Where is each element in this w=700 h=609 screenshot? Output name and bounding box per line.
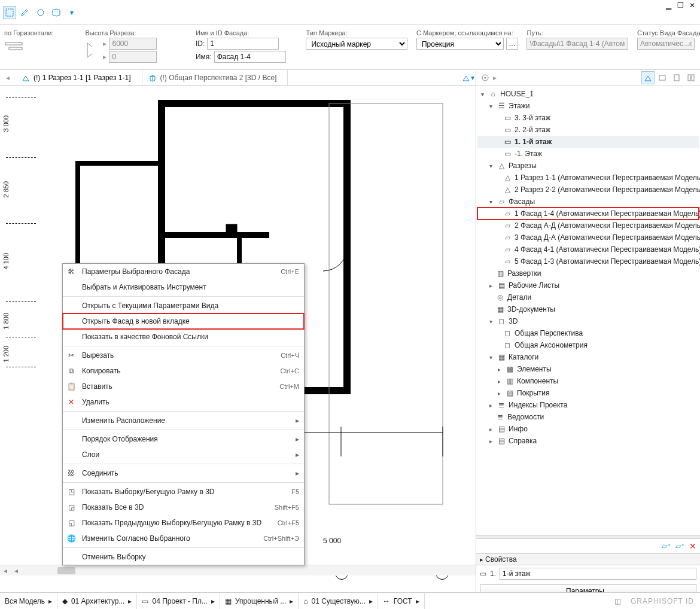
ctx-copy[interactable]: ⧉КопироватьCtrl+С: [63, 363, 304, 379]
tree-3d-persp[interactable]: ◻Общая Перспектива: [477, 327, 699, 339]
ctx-show-trace[interactable]: Показать в качестве Фоновой Ссылки: [63, 329, 304, 345]
status-gost[interactable]: ↔ГОСТ ▸: [378, 593, 425, 609]
ctx-edit-sel[interactable]: 🌐Изменить Согласно ВыбранногоCtrl+Shift+…: [63, 531, 304, 546]
ctx-move[interactable]: Изменить Расположение▸: [63, 413, 304, 428]
section-icon: △: [503, 185, 512, 194]
publisher-icon[interactable]: [684, 71, 698, 84]
scroll-left-icon[interactable]: ◂: [11, 567, 22, 575]
tree-floor-2[interactable]: ▭2. 2-й этаж: [477, 124, 699, 136]
tree-3d-docs[interactable]: ▦3D-документы: [477, 303, 699, 315]
props-row-num: 1.: [490, 570, 496, 578]
tree-covers[interactable]: ▸▨Покрытия: [477, 387, 699, 399]
marker-ref-select[interactable]: Проекция: [416, 38, 504, 50]
cut-top-input[interactable]: [109, 38, 157, 50]
cut-bottom-input[interactable]: [109, 51, 157, 63]
ctx-order[interactable]: Порядок Отображения▸: [63, 431, 304, 447]
props-row-input[interactable]: [500, 568, 696, 580]
marker-ref-browse-button[interactable]: …: [506, 38, 518, 50]
ctx-show-prev-3d[interactable]: ◱Показать Предыдущую Выборку/Бегущую Рам…: [63, 515, 304, 531]
clone-view-icon[interactable]: ▱⁺: [675, 542, 684, 550]
dropdown-toggle-icon[interactable]: ▾: [66, 7, 78, 19]
tab-left-icon[interactable]: ◂: [0, 74, 16, 82]
tree-indexes[interactable]: ▸≣Индексы Проекта: [477, 399, 699, 411]
paste-icon: 📋: [65, 380, 77, 392]
tree-unfolds[interactable]: ▥Развертки: [477, 267, 699, 279]
tree-help[interactable]: ▸▤Справка: [477, 435, 699, 447]
tree-elev-4[interactable]: ▱4 Фасад 4-1 (Автоматически Перестраивае…: [477, 243, 699, 255]
window-close-icon[interactable]: ✕: [687, 1, 698, 10]
tree-schedules[interactable]: ≣Ведомости: [477, 411, 699, 423]
horiz-extent-icon[interactable]: [4, 38, 26, 54]
tree-elev-3[interactable]: ▱3 Фасад Д-А (Автоматически Перестраивае…: [477, 232, 699, 243]
props-header[interactable]: ▸ Свойства: [476, 553, 700, 565]
name-input[interactable]: [214, 51, 286, 63]
id-input[interactable]: [207, 38, 279, 50]
scroll-left-icon[interactable]: ◂: [0, 567, 11, 575]
view-map-icon[interactable]: [656, 71, 669, 84]
new-view-icon[interactable]: ▱⁺: [662, 542, 671, 550]
dim-1200: 1 200: [2, 346, 10, 363]
tree-floor-3[interactable]: ▭3. 3-й этаж: [477, 112, 699, 124]
ctx-show-3d[interactable]: ◳Показать Выборку/Бегущую Рамку в 3DF5: [63, 484, 304, 500]
status-proj[interactable]: ▭04 Проект - Пл... ▸: [137, 593, 220, 609]
ctx-join[interactable]: ⛓Соединить▸: [63, 465, 304, 481]
edit-tool-icon[interactable]: [19, 7, 31, 19]
ctx-params[interactable]: 🛠Параметры Выбранного ФасадаCtrl+E: [63, 264, 304, 279]
ctx-layers[interactable]: Слои▸: [63, 447, 304, 462]
tree-worksheets[interactable]: ▸▤Рабочие Листы: [477, 279, 699, 291]
cube-icon: ◻: [503, 340, 512, 350]
tree-root[interactable]: ▾⌂HOUSE_1: [477, 88, 699, 100]
tree-sections[interactable]: ▾△Разрезы: [477, 160, 699, 172]
tree-floors[interactable]: ▾☰Этажи: [477, 100, 699, 112]
canvas-hscrollbar[interactable]: ◂ ◂: [0, 565, 476, 575]
tree-info[interactable]: ▸▤Инфо: [477, 423, 699, 435]
tab-section[interactable]: (!) 1 Разрез 1-1 [1 Разрез 1-1]: [16, 70, 142, 85]
status-arch[interactable]: ◆01 Архитектур... ▸: [57, 593, 138, 609]
window-restore-icon[interactable]: ❐: [675, 1, 686, 10]
layout-book-icon[interactable]: [670, 71, 683, 84]
status-label: Статус Вида Фасада:: [637, 29, 696, 36]
status-model[interactable]: Вся Модель ▸: [0, 593, 57, 609]
tree-3d-axon[interactable]: ◻Общая Аксонометрия: [477, 339, 699, 351]
tab-3d[interactable]: (!) Общая Перспектива 2 [3D / Все]: [142, 70, 288, 85]
marker-type-select[interactable]: Исходный маркер: [306, 38, 407, 50]
id-label: ID:: [196, 39, 205, 48]
ctx-open-current[interactable]: Открыть с Текущими Параметрами Вида: [63, 298, 304, 313]
tree-elevations[interactable]: ▾▱Фасады: [477, 196, 699, 208]
copy-icon: ⧉: [65, 365, 77, 377]
window-min-icon[interactable]: ▁: [663, 1, 674, 10]
ctx-delete[interactable]: ✕Удалить: [63, 394, 304, 410]
ctx-deselect[interactable]: Отменить Выборку: [63, 549, 304, 565]
ctx-cut[interactable]: ✂ВырезатьCtrl+Ч: [63, 348, 304, 363]
tree-section-1[interactable]: △1 Разрез 1-1 (Автоматически Перестраива…: [477, 172, 699, 184]
tree-3d[interactable]: ▾◻3D: [477, 315, 699, 327]
tree-section-2[interactable]: △2 Разрез 2-2 (Автоматически Перестраива…: [477, 184, 699, 196]
tree-floor-1[interactable]: ▭1. 1-й этаж: [477, 136, 699, 148]
tree-elements[interactable]: ▸▩Элементы: [477, 363, 699, 375]
tree-elev-2[interactable]: ▱2 Фасад А-Д (Автоматически Перестраивае…: [477, 220, 699, 232]
status-exist[interactable]: ⌂01 Существую... ▸: [299, 593, 378, 609]
tree-cats[interactable]: ▾▦Каталоги: [477, 351, 699, 363]
scrollbar-thumb[interactable]: [57, 567, 75, 574]
new-tab-icon[interactable]: ▾: [460, 70, 476, 86]
ctx-paste[interactable]: 📋ВставитьCtrl+М: [63, 379, 304, 394]
overlap-icon[interactable]: ◫: [611, 597, 625, 605]
project-map-icon[interactable]: [641, 71, 655, 84]
ctx-show-all-3d[interactable]: ◲Показать Все в 3DShift+F5: [63, 500, 304, 515]
tree-elev-5[interactable]: ▱5 Фасад 1-3 (Автоматически Перестраивае…: [477, 255, 699, 267]
nav-settings-icon[interactable]: [479, 71, 492, 84]
delete-icon[interactable]: ✕: [689, 541, 696, 551]
brand-label[interactable]: GRAPHISOFT ID: [625, 597, 700, 605]
view-tool-icon[interactable]: [50, 7, 62, 19]
marquee-tool-icon[interactable]: [4, 7, 16, 19]
status-simp[interactable]: ▦Упрощенный ... ▸: [220, 593, 299, 609]
ctx-activate-tool[interactable]: Выбрать и Активировать Инструмент: [63, 279, 304, 295]
chevron-right-icon[interactable]: ▸: [493, 74, 497, 82]
tree-details[interactable]: ◎Детали: [477, 291, 699, 303]
tree-components[interactable]: ▸▥Компоненты: [477, 375, 699, 387]
tree-floor-m1[interactable]: ▭-1. Этаж: [477, 148, 699, 160]
pick-tool-icon[interactable]: [35, 7, 47, 19]
ctx-open-new-tab[interactable]: Открыть Фасад в новой вкладке: [63, 313, 304, 329]
project-tree[interactable]: ▾⌂HOUSE_1 ▾☰Этажи ▭3. 3-й этаж ▭2. 2-й э…: [476, 86, 700, 535]
tree-elev-1[interactable]: ▱1 Фасад 1-4 (Автоматически Перестраивае…: [477, 208, 699, 220]
